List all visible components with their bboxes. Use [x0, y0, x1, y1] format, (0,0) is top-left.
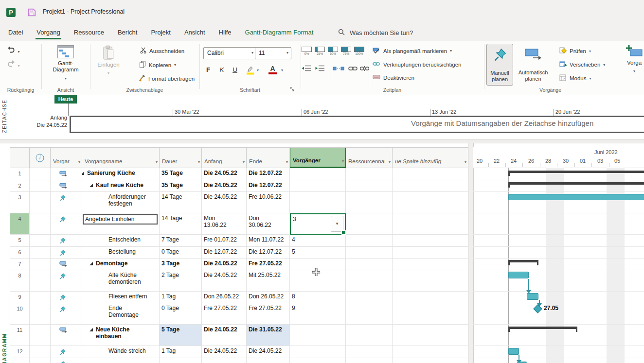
cell-ende[interactable]: Die 31.05.22	[247, 325, 290, 346]
task-mode-button[interactable]: ? Modus▾	[559, 74, 591, 82]
cell-name[interactable]: Neue Küche einbauen	[82, 325, 160, 346]
column-header-dauer[interactable]: Dauer▾	[160, 148, 202, 168]
cell-num[interactable]: 7	[10, 259, 30, 270]
summary-bar[interactable]	[508, 260, 538, 265]
cell-anfang[interactable]: Die 24.05.22	[202, 168, 247, 180]
tell-me-control[interactable]: Was möchten Sie tun?	[338, 24, 413, 41]
column-header-name[interactable]: Vorgangsname▾	[82, 148, 160, 168]
column-header-mode[interactable]: Vorgar▾	[51, 148, 82, 168]
fill-handle[interactable]	[341, 230, 346, 235]
cell-num[interactable]	[10, 358, 30, 363]
filter-arrow-icon[interactable]: ▾	[243, 160, 245, 164]
percent-complete-100[interactable]: 100%	[353, 46, 365, 59]
copy-button[interactable]: Kopieren▾	[139, 61, 176, 69]
cell-anfang[interactable]: Die 24.05.22	[202, 270, 247, 292]
cut-button[interactable]: Ausschneiden	[140, 47, 184, 54]
tab-vorgang[interactable]: Vorgang	[30, 24, 67, 41]
column-header-vorg[interactable]: Vorgänger▾	[290, 148, 346, 168]
cell-ende[interactable]: Fre 10.06.22	[247, 192, 290, 213]
cell-info[interactable]	[30, 303, 51, 325]
highlight-color-dropdown[interactable]: ▾	[257, 68, 259, 72]
cell-res[interactable]	[346, 325, 393, 346]
cell-res[interactable]	[346, 346, 393, 358]
cell-vorg[interactable]: 8	[290, 292, 346, 303]
cell-vorg[interactable]: 4	[290, 235, 346, 247]
filter-arrow-icon[interactable]: ▾	[198, 160, 200, 164]
cell-res[interactable]	[346, 213, 393, 235]
cell-mode[interactable]	[51, 180, 82, 192]
cell-anfang[interactable]: Die 24.05.22	[202, 180, 247, 192]
cell-name[interactable]: Kauf neue Küche	[82, 180, 160, 192]
cell-ende[interactable]: Die 24.05.22	[247, 346, 290, 358]
task-bar[interactable]	[527, 293, 538, 300]
cell-info[interactable]	[30, 247, 51, 259]
split-task-button[interactable]	[333, 65, 344, 74]
cell-num[interactable]: 11	[10, 325, 30, 346]
outdent-task-button[interactable]	[302, 65, 311, 74]
respect-links-button[interactable]: Verknüpfungen berücksichtigen	[373, 61, 461, 68]
cell-res[interactable]	[346, 259, 393, 270]
cell-num[interactable]: 1	[10, 168, 30, 180]
filter-arrow-icon[interactable]: ▾	[465, 160, 466, 164]
cell-name[interactable]: Fliesen entfern	[82, 292, 160, 303]
cell-num[interactable]: 12	[10, 346, 30, 358]
cell-mode[interactable]	[51, 270, 82, 292]
column-header-ende[interactable]: Ende▾	[247, 148, 290, 168]
cell-vorg[interactable]: 3▾	[290, 213, 346, 235]
cell-mode[interactable]	[51, 213, 82, 235]
cell-mode[interactable]	[51, 292, 82, 303]
cell-res[interactable]	[346, 292, 393, 303]
cell-name[interactable]: EinholenAngebote Einholen	[82, 213, 160, 235]
cell-add[interactable]	[393, 346, 468, 358]
task-bar[interactable]	[508, 348, 519, 355]
cell-ende[interactable]: Mon 11.07.22	[247, 235, 290, 247]
cell-dauer[interactable]: 2 Tage	[160, 270, 202, 292]
summary-bar[interactable]	[508, 171, 644, 176]
cell-dauer[interactable]: 5 Tage	[160, 325, 202, 346]
gantt-chart-view-button[interactable]: Gantt- Diagramm ▾	[50, 45, 81, 82]
cell-res[interactable]	[346, 247, 393, 259]
cell-anfang[interactable]: Die 24.05.22	[202, 346, 247, 358]
cell-name[interactable]: Anforderunger festlegen	[82, 192, 160, 213]
font-name-combobox[interactable]: Calibri▾	[203, 47, 256, 59]
cell-mode[interactable]	[51, 358, 82, 363]
collapse-triangle-icon[interactable]	[89, 262, 93, 265]
cell-num[interactable]: 10	[10, 303, 30, 325]
cell-add[interactable]	[393, 180, 468, 192]
cell-vorg[interactable]	[290, 192, 346, 213]
percent-complete-25[interactable]: 25%	[314, 46, 326, 59]
cell-dauer[interactable]: 0 Tage	[160, 247, 202, 259]
cell-res[interactable]	[346, 358, 393, 363]
cell-res[interactable]	[346, 180, 393, 192]
cell-dauer[interactable]: 14 Tage	[160, 192, 202, 213]
indent-task-button[interactable]	[315, 65, 325, 74]
cell-ende[interactable]: Fre 27.05.22	[247, 259, 290, 270]
tab-projekt[interactable]: Projekt	[144, 24, 177, 41]
filter-arrow-icon[interactable]: ▾	[342, 159, 344, 163]
cell-add[interactable]	[393, 325, 468, 346]
percent-complete-50[interactable]: 50%	[327, 46, 339, 59]
summary-bar[interactable]	[508, 327, 577, 332]
cell-dauer[interactable]: 35 Tage	[160, 168, 202, 180]
column-header-res[interactable]: Ressourcennam▾	[346, 148, 393, 168]
collapse-triangle-icon[interactable]	[89, 328, 93, 331]
cell-add[interactable]	[393, 259, 468, 270]
redo-button[interactable]: ▾	[7, 60, 19, 69]
cell-dauer[interactable]: 14 Tage	[160, 213, 202, 235]
cell-dauer[interactable]: 1 Tag	[160, 346, 202, 358]
tab-hilfe[interactable]: Hilfe	[212, 24, 238, 41]
cell-name[interactable]: Alte Küche demontieren	[82, 270, 160, 292]
cell-add[interactable]	[393, 303, 468, 325]
cell-vorg[interactable]	[290, 325, 346, 346]
cell-info[interactable]	[30, 325, 51, 346]
cell-mode[interactable]	[51, 192, 82, 213]
column-header-add[interactable]: ue Spalte hinzufüg▾	[393, 148, 468, 168]
cell-ende[interactable]: Mit 25.05.22	[247, 270, 290, 292]
cell-name[interactable]: Ende Demontage	[82, 303, 160, 325]
cell-num[interactable]: 3	[10, 192, 30, 213]
bold-button[interactable]: F	[202, 64, 214, 76]
cell-ende[interactable]: Don 30.06.22	[247, 213, 290, 235]
cell-res[interactable]	[346, 192, 393, 213]
cell-info[interactable]	[30, 213, 51, 235]
cell-vorg[interactable]	[290, 168, 346, 180]
